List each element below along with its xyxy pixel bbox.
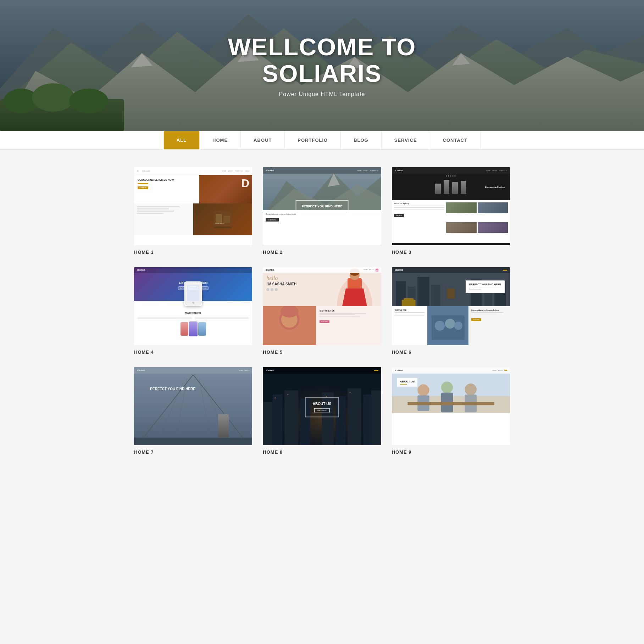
home1-bottom: WORK SPACE: [134, 203, 252, 235]
home1-line1: [137, 206, 180, 207]
home9-yellow-bar: [400, 384, 407, 385]
home5-logo: SOLIARIS: [266, 269, 274, 271]
home7-header: SOLIARIS HOME ABOUT: [134, 367, 252, 374]
grid-item-home3[interactable]: SOLIARIS HOME ABOUT PORTFOLIO: [392, 167, 510, 255]
preview-home1: SOLIARIS HOME ABOUT PORTFOLIO BLOG CONSU…: [134, 167, 252, 245]
home6-desc-btn: READ MORE: [471, 318, 481, 321]
nav-item-home[interactable]: HOME: [200, 131, 241, 149]
svg-rect-15: [223, 216, 230, 223]
grid-item-home2[interactable]: SOLIARIS HOME ABOUT PORTFOLIO PERFECT YO…: [263, 167, 381, 255]
preview-home7: SOLIARIS HOME ABOUT PERFECT YOU FIND HER…: [134, 367, 252, 445]
home5-social3: [275, 288, 278, 291]
home9-nav: HOME ABOUT: [492, 370, 507, 371]
home4-get-app-text: Get application: [179, 281, 207, 285]
nav-filter-bar: ALL HOME ABOUT PORTFOLIO BLOG SERVICE CO…: [0, 131, 644, 150]
nav-item-contact[interactable]: CONTACT: [430, 131, 481, 149]
home6-who-line3: [395, 315, 424, 316]
nav-item-portfolio[interactable]: PORTFOLIO: [285, 131, 341, 149]
preview-home2-container: SOLIARIS HOME ABOUT PORTFOLIO PERFECT YO…: [263, 167, 381, 245]
svg-point-49: [435, 321, 445, 331]
grid-item-home6[interactable]: PERFECT YOU FIND HERE Donec ddiensrend m…: [392, 267, 510, 355]
home6-hero-title: PERFECT YOU FIND HERE: [469, 283, 501, 286]
home7-hero-title: PERFECT YOU FIND HERE: [150, 387, 195, 391]
home5-label: HOME 5: [263, 349, 381, 355]
home5-about-section: SHOT ABOUT ME READ MORE: [263, 306, 381, 345]
home8-about-title: ABOUT US: [313, 402, 331, 406]
home7-label: HOME 7: [134, 449, 252, 455]
home3-gallery-img4: [478, 222, 508, 233]
home1-img-block: WORK SPACE: [193, 203, 252, 235]
nav-item-blog[interactable]: BLOG: [341, 131, 382, 149]
home6-office-svg: [427, 306, 469, 345]
home9-about-title: ABOUT US: [400, 380, 415, 383]
home6-desc-line1: [471, 312, 504, 313]
home5-about-btn: READ MORE: [320, 320, 329, 323]
home6-desc-title: Donec ddiensrend metus finibus: [471, 309, 507, 311]
home1-text-block: [134, 203, 193, 235]
home5-nav2: ABOUT: [369, 269, 374, 271]
home1-line3: [137, 211, 174, 212]
home9-nav-accent: [504, 370, 507, 371]
home4-header: SOLIARIS: [134, 267, 252, 273]
home5-about-title: SHOT ABOUT ME: [320, 310, 377, 312]
home6-who-section: WHO WE ARE: [392, 306, 427, 345]
templates-grid: SOLIARIS HOME ABOUT PORTFOLIO BLOG CONSU…: [134, 167, 510, 455]
preview-home8-container: SOLIARIS ABOUT US LEARN MORE: [263, 367, 381, 445]
home1-logo-text: SOLIARIS: [142, 170, 150, 172]
home5-about-text-area: SHOT ABOUT ME READ MORE: [316, 306, 381, 345]
preview-home9-container: SOLIARIS HOME ABOUT ABOUT US: [392, 367, 510, 445]
home7-logo: SOLIARIS: [137, 369, 145, 371]
home5-about-img: [263, 306, 316, 345]
grid-item-home8[interactable]: SOLIARIS ABOUT US LEARN MORE HOME 8: [263, 367, 381, 455]
grid-item-home4[interactable]: SOLIARIS Get application App Store Googl…: [134, 267, 252, 355]
home7-nav1: HOME: [239, 370, 243, 371]
home4-phone1: [181, 322, 188, 336]
home5-hero-left: hello I'm Sasha Smith: [263, 267, 328, 306]
svg-rect-16: [214, 226, 232, 228]
preview-home4-container: SOLIARIS Get application App Store Googl…: [134, 267, 252, 345]
home3-text-line1: [394, 206, 444, 206]
home2-nav3: PORTFOLIO: [370, 170, 378, 172]
home3-hero-area: Expression Feeling: [392, 174, 510, 200]
svg-rect-65: [284, 391, 298, 445]
home5-menu-icon: [376, 269, 378, 271]
grid-item-home1[interactable]: SOLIARIS HOME ABOUT PORTFOLIO BLOG CONSU…: [134, 167, 252, 255]
home7-text-overlay: PERFECT YOU FIND HERE: [146, 383, 200, 396]
home3-nav1: HOME: [486, 170, 490, 172]
home3-agency-text: About our Agency READ MORE: [394, 202, 444, 241]
grid-item-home7[interactable]: SOLIARIS HOME ABOUT PERFECT YOU FIND HER…: [134, 367, 252, 455]
home1-interior-svg: WORK SPACE: [212, 207, 233, 232]
home1-hero-right: D: [199, 175, 252, 203]
home2-header: SOLIARIS HOME ABOUT PORTFOLIO: [263, 167, 381, 174]
home4-feature1: [138, 317, 192, 320]
home1-line4: [137, 213, 163, 214]
home8-logo: SOLIARIS: [266, 369, 274, 371]
home6-bottom-section: WHO WE ARE: [392, 306, 510, 345]
home1-nav-items: HOME ABOUT PORTFOLIO BLOG: [222, 170, 249, 172]
home6-accent-bar: [503, 270, 507, 271]
home3-gallery: [446, 202, 508, 241]
preview-home7-container: SOLIARIS HOME ABOUT PERFECT YOU FIND HER…: [134, 367, 252, 445]
home4-features-title: Main features: [138, 312, 249, 314]
grid-item-home9[interactable]: SOLIARIS HOME ABOUT ABOUT US: [392, 367, 510, 455]
home3-nav2: ABOUT: [492, 170, 497, 172]
nav-item-all[interactable]: ALL: [163, 131, 200, 149]
nav-item-about[interactable]: ABOUT: [241, 131, 285, 149]
grid-item-home5[interactable]: SOLIARIS HOME ABOUT hello I'm Sasha Smit…: [263, 267, 381, 355]
home1-nav2: ABOUT: [228, 170, 233, 172]
svg-rect-69: [348, 388, 361, 445]
home5-header: SOLIARIS HOME ABOUT: [263, 267, 381, 273]
svg-rect-75: [350, 392, 351, 393]
home2-btn: READ MORE: [266, 218, 278, 222]
home3-gallery-img2: [478, 202, 508, 213]
home3-agency-title: About our Agency: [394, 202, 444, 205]
home9-hero-area: SOLIARIS HOME ABOUT ABOUT US: [392, 367, 510, 413]
home1-dot1: [137, 170, 139, 172]
home5-woman-svg: [328, 267, 381, 306]
nav-item-service[interactable]: SERVICE: [382, 131, 430, 149]
home4-windows-btn: Windows: [200, 286, 208, 290]
home7-bridge-svg: [134, 367, 252, 445]
hero-title: WELLCOME TO SOLIARIS: [228, 34, 416, 87]
home3-bottom: About our Agency READ MORE: [392, 200, 510, 243]
home6-office-img: [427, 306, 469, 345]
